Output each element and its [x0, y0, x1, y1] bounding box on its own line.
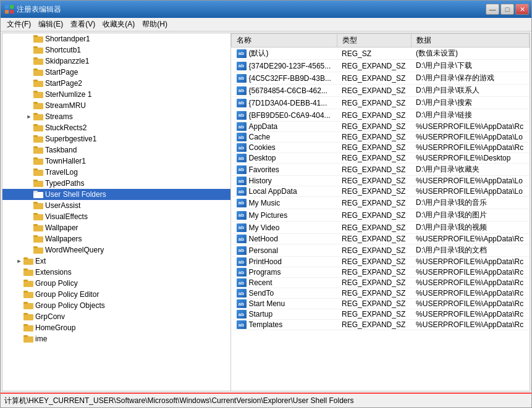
- tree-item[interactable]: User Shell Folders: [2, 189, 230, 200]
- table-row[interactable]: ab{56784854-C6CB-462...REG_EXPAND_SZD:\用…: [232, 85, 530, 97]
- tree-item[interactable]: WordWheelQuery: [2, 244, 230, 256]
- tree-item[interactable]: StartPage: [2, 67, 230, 78]
- table-row[interactable]: ab{374DE290-123F-4565...REG_EXPAND_SZD:\…: [232, 60, 530, 72]
- table-row[interactable]: abFavoritesREG_EXPAND_SZD:\用户目录\收藏夹: [232, 164, 530, 176]
- table-row[interactable]: ab{7D1D3A04-DEBB-41...REG_EXPAND_SZD:\用户…: [232, 97, 530, 109]
- entry-data: D:\用户目录\下载: [411, 60, 529, 72]
- tree-item[interactable]: ► Streams: [2, 111, 230, 122]
- col-type[interactable]: 类型: [337, 34, 411, 48]
- expand-button: [25, 46, 33, 54]
- expand-button: [15, 290, 23, 299]
- svg-rect-58: [23, 336, 33, 343]
- table-row[interactable]: abMy MusicREG_EXPAND_SZD:\用户目录\我的音乐: [232, 197, 530, 209]
- entry-type: REG_EXPAND_SZ: [337, 176, 411, 186]
- entry-name: ab{4C5C32FF-BB9D-43B...: [232, 72, 337, 85]
- tree-item-label: Shortcutb1: [45, 46, 81, 54]
- table-row[interactable]: ab{4C5C32FF-BB9D-43B...REG_EXPAND_SZD:\用…: [232, 72, 530, 85]
- tree-item[interactable]: HomeGroup: [2, 322, 230, 333]
- tree-item[interactable]: Group Policy: [2, 278, 230, 289]
- tree-item[interactable]: UserAssist: [2, 200, 230, 211]
- table-row[interactable]: abStart MenuREG_EXPAND_SZ%USERPROFILE%\A…: [232, 299, 530, 309]
- svg-rect-2: [5, 10, 9, 14]
- title-buttons: — □ ✕: [486, 4, 529, 15]
- close-button[interactable]: ✕: [515, 4, 529, 15]
- svg-rect-32: [33, 192, 43, 198]
- tree-item[interactable]: StuckRects2: [2, 122, 230, 133]
- menu-file[interactable]: 文件(F): [3, 18, 35, 31]
- svg-rect-35: [33, 202, 38, 204]
- tree-item-label: Streams: [45, 112, 73, 121]
- svg-rect-54: [23, 314, 33, 320]
- minimize-button[interactable]: —: [486, 4, 499, 15]
- table-row[interactable]: abMy VideoREG_EXPAND_SZD:\用户目录\我的视频: [232, 222, 530, 234]
- svg-rect-7: [33, 46, 38, 48]
- folder-icon: [23, 301, 35, 311]
- expand-button[interactable]: ►: [25, 112, 33, 121]
- table-row[interactable]: abDesktopREG_EXPAND_SZ%USERPROFILE%\Desk…: [232, 153, 530, 164]
- expand-button[interactable]: ►: [15, 257, 23, 265]
- tree-item-label: HomeGroup: [35, 323, 75, 332]
- entry-name: ab{56784854-C6CB-462...: [232, 85, 337, 97]
- table-row[interactable]: abSendToREG_EXPAND_SZ%USERPROFILE%\AppDa…: [232, 288, 530, 299]
- entry-data: D:\用户目录\保存的游戏: [411, 72, 529, 85]
- table-row[interactable]: abCacheREG_EXPAND_SZ%USERPROFILE%\AppDat…: [232, 132, 530, 143]
- tree-item[interactable]: Group Policy Objects: [2, 300, 230, 311]
- right-panel-values[interactable]: 名称 类型 数据 ab(默认)REG_SZ(数值未设置)ab{374DE290-…: [231, 33, 530, 391]
- tree-item[interactable]: Extensions: [2, 267, 230, 278]
- menu-view[interactable]: 查看(V): [67, 18, 99, 31]
- tree-item[interactable]: Wallpaper: [2, 222, 230, 233]
- entry-name: abMy Music: [232, 197, 337, 209]
- table-row[interactable]: abCookiesREG_EXPAND_SZ%USERPROFILE%\AppD…: [232, 143, 530, 153]
- tree-item[interactable]: TravelLog: [2, 167, 230, 178]
- entry-name: abPrintHood: [232, 257, 337, 267]
- expand-button: [15, 323, 23, 332]
- folder-icon: [23, 256, 35, 267]
- svg-rect-15: [33, 91, 38, 93]
- tree-item[interactable]: VisualEffects: [2, 211, 230, 222]
- table-row[interactable]: abPersonalREG_EXPAND_SZD:\用户目录\我的文档: [232, 244, 530, 257]
- expand-button: [25, 68, 33, 77]
- tree-item[interactable]: Superbgestive1: [2, 133, 230, 144]
- col-data[interactable]: 数据: [411, 34, 529, 48]
- tree-item[interactable]: TypedPaths: [2, 178, 230, 189]
- table-row[interactable]: abStartupREG_EXPAND_SZ%USERPROFILE%\AppD…: [232, 309, 530, 320]
- table-row[interactable]: abRecentREG_EXPAND_SZ%USERPROFILE%\AppDa…: [232, 278, 530, 288]
- entry-name: abLocal AppData: [232, 186, 337, 197]
- menu-edit[interactable]: 编辑(E): [35, 18, 67, 31]
- table-row[interactable]: abProgramsREG_EXPAND_SZ%USERPROFILE%\App…: [232, 267, 530, 278]
- table-row[interactable]: abHistoryREG_EXPAND_SZ%USERPROFILE%\AppD…: [232, 176, 530, 186]
- menu-favorites[interactable]: 收藏夹(A): [99, 18, 138, 31]
- svg-rect-46: [23, 270, 33, 276]
- tree-item[interactable]: Shortcutb1: [2, 44, 230, 56]
- table-row[interactable]: abMy PicturesREG_EXPAND_SZD:\用户目录\我的图片: [232, 209, 530, 222]
- table-row[interactable]: abPrintHoodREG_EXPAND_SZ%USERPROFILE%\Ap…: [232, 257, 530, 267]
- table-row[interactable]: abNetHoodREG_EXPAND_SZ%USERPROFILE%\AppD…: [232, 234, 530, 244]
- tree-item[interactable]: SterNumlize 1: [2, 89, 230, 100]
- tree-item[interactable]: Taskband: [2, 144, 230, 156]
- menu-help[interactable]: 帮助(H): [138, 18, 171, 31]
- tree-item[interactable]: ► Ext: [2, 256, 230, 267]
- tree-item[interactable]: Shortandper1: [2, 33, 230, 44]
- entry-name: abStartup: [232, 309, 337, 320]
- tree-item[interactable]: TownHaller1: [2, 156, 230, 167]
- tree-item[interactable]: Wallpapers: [2, 233, 230, 244]
- tree-item[interactable]: Skidpanzzle1: [2, 56, 230, 67]
- table-row[interactable]: abAppDataREG_EXPAND_SZ%USERPROFILE%\AppD…: [232, 122, 530, 132]
- svg-rect-12: [33, 81, 43, 87]
- table-row[interactable]: ab(默认)REG_SZ(数值未设置): [232, 48, 530, 60]
- tree-item[interactable]: GrpConv: [2, 311, 230, 322]
- left-panel-tree[interactable]: Shortandper1 Shortcutb1 Skidpanzzle1 Sta…: [2, 33, 231, 391]
- ab-icon: ab: [237, 257, 247, 266]
- tree-item[interactable]: Group Policy Editor: [2, 289, 230, 300]
- ab-icon: ab: [237, 310, 247, 318]
- svg-rect-59: [23, 335, 28, 337]
- table-row[interactable]: ab{BFB9D5E0-C6A9-404...REG_EXPAND_SZD:\用…: [232, 109, 530, 122]
- tree-item[interactable]: StreamMRU: [2, 100, 230, 111]
- table-row[interactable]: abTemplatesREG_EXPAND_SZ%USERPROFILE%\Ap…: [232, 320, 530, 330]
- col-name[interactable]: 名称: [232, 34, 337, 48]
- svg-rect-6: [33, 48, 43, 54]
- tree-item[interactable]: StartPage2: [2, 78, 230, 89]
- tree-item[interactable]: ime: [2, 333, 230, 344]
- table-row[interactable]: abLocal AppDataREG_EXPAND_SZ%USERPROFILE…: [232, 186, 530, 197]
- maximize-button[interactable]: □: [500, 4, 514, 15]
